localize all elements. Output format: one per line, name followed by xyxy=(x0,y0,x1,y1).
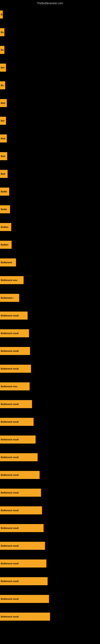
bar-label-31: Bottleneck result xyxy=(1,562,19,565)
bar-label-33: Bottleneck result xyxy=(1,598,19,600)
bar-row-2: Bo xyxy=(0,41,100,59)
bar-row-31: Bottleneck result xyxy=(0,555,100,572)
bar-row-19: Bottleneck result xyxy=(0,342,100,360)
bar-15: Bottleneck resu xyxy=(0,276,24,284)
bar-row-26: Bottleneck result xyxy=(0,466,100,484)
bar-8: Bott xyxy=(0,152,7,160)
bar-10: Bottle xyxy=(0,188,9,196)
bar-12: Bottlen xyxy=(0,223,11,231)
bar-row-5: Bott xyxy=(0,94,100,112)
bar-3: Bot xyxy=(0,64,6,72)
bar-17: Bottleneck result xyxy=(0,312,28,320)
bar-label-1: Bo xyxy=(1,31,4,34)
bar-label-6: Bot xyxy=(1,120,4,122)
bar-row-33: Bottleneck result xyxy=(0,590,100,608)
bar-row-14: Bottleneck xyxy=(0,254,100,271)
bar-20: Bottleneck result xyxy=(0,365,31,373)
bar-label-32: Bottleneck result xyxy=(1,580,19,582)
bar-label-0: B xyxy=(1,13,2,16)
bar-row-6: Bot xyxy=(0,112,100,130)
bar-16: Bottleneck r xyxy=(0,294,19,302)
bar-4: Bo xyxy=(0,81,5,89)
bar-row-23: Bottleneck result xyxy=(0,413,100,431)
bar-row-0: B xyxy=(0,6,100,23)
bar-13: Bottlen xyxy=(0,241,12,249)
bar-label-17: Bottleneck result xyxy=(1,314,19,317)
bar-label-15: Bottleneck resu xyxy=(1,279,17,281)
bar-label-27: Bottleneck result xyxy=(1,492,19,494)
bar-row-32: Bottleneck result xyxy=(0,572,100,590)
bar-6: Bot xyxy=(0,117,6,125)
bar-row-34: Bottleneck result xyxy=(0,608,100,626)
bar-34: Bottleneck result xyxy=(0,612,50,621)
bar-row-1: Bo xyxy=(0,23,100,41)
bar-label-30: Bottleneck result xyxy=(1,544,19,547)
bar-row-22: Bottleneck result xyxy=(0,395,100,413)
bar-25: Bottleneck result xyxy=(0,453,38,461)
bar-row-18: Bottleneck result xyxy=(0,324,100,342)
bar-row-29: Bottleneck result xyxy=(0,519,100,537)
bar-label-8: Bott xyxy=(1,155,5,158)
bar-30: Bottleneck result xyxy=(0,542,45,550)
bar-label-24: Bottleneck result xyxy=(1,438,19,441)
bar-28: Bottleneck result xyxy=(0,506,42,514)
bar-row-10: Bottle xyxy=(0,183,100,200)
bar-24: Bottleneck result xyxy=(0,436,36,444)
bar-label-7: Bott xyxy=(1,137,5,140)
bar-label-11: Bottle xyxy=(1,208,7,210)
bar-label-5: Bott xyxy=(1,102,5,104)
bar-33: Bottleneck result xyxy=(0,595,49,603)
bar-label-34: Bottleneck result xyxy=(1,616,19,618)
bar-label-9: Bott xyxy=(1,173,5,175)
bar-row-4: Bo xyxy=(0,76,100,94)
bar-row-16: Bottleneck r xyxy=(0,289,100,307)
bar-19: Bottleneck result xyxy=(0,347,30,355)
bar-row-15: Bottleneck resu xyxy=(0,271,100,289)
bar-row-24: Bottleneck result xyxy=(0,431,100,448)
bar-7: Bott xyxy=(0,134,7,142)
bar-26: Bottleneck result xyxy=(0,471,40,479)
bar-row-27: Bottleneck result xyxy=(0,484,100,502)
bar-label-29: Bottleneck result xyxy=(1,527,19,529)
bar-label-2: Bo xyxy=(1,49,4,51)
bar-5: Bott xyxy=(0,99,7,107)
bar-row-9: Bott xyxy=(0,165,100,183)
bar-18: Bottleneck result xyxy=(0,329,29,337)
bar-14: Bottleneck xyxy=(0,258,16,266)
bar-row-20: Bottleneck result xyxy=(0,360,100,378)
bar-label-14: Bottleneck xyxy=(1,261,12,264)
bar-22: Bottleneck result xyxy=(0,400,32,408)
bar-21: Bottleneck resu xyxy=(0,382,30,390)
bar-label-28: Bottleneck result xyxy=(1,509,19,512)
bar-11: Bottle xyxy=(0,205,10,213)
bar-row-21: Bottleneck resu xyxy=(0,378,100,395)
bar-row-3: Bot xyxy=(0,59,100,76)
bar-label-22: Bottleneck result xyxy=(1,403,19,405)
bar-row-13: Bottlen xyxy=(0,236,100,254)
bar-label-20: Bottleneck result xyxy=(1,368,19,370)
bar-23: Bottleneck result xyxy=(0,418,34,426)
site-title: TheBottlenecker.com xyxy=(0,0,100,6)
bar-label-25: Bottleneck result xyxy=(1,456,19,458)
bar-row-28: Bottleneck result xyxy=(0,502,100,519)
bar-label-16: Bottleneck r xyxy=(1,297,14,299)
bar-1: Bo xyxy=(0,28,4,36)
bar-label-10: Bottle xyxy=(1,190,7,193)
bar-row-17: Bottleneck result xyxy=(0,307,100,324)
bar-row-7: Bott xyxy=(0,130,100,147)
bar-label-4: Bo xyxy=(1,84,4,86)
bar-label-19: Bottleneck result xyxy=(1,350,19,352)
bar-31: Bottleneck result xyxy=(0,560,47,568)
bar-row-8: Bott xyxy=(0,147,100,165)
bar-label-26: Bottleneck result xyxy=(1,474,19,476)
bar-row-12: Bottlen xyxy=(0,218,100,236)
bar-row-11: Bottle xyxy=(0,200,100,218)
bar-label-13: Bottlen xyxy=(1,244,8,246)
bar-27: Bottleneck result xyxy=(0,489,41,497)
bar-29: Bottleneck result xyxy=(0,524,44,532)
bar-row-30: Bottleneck result xyxy=(0,537,100,555)
bar-32: Bottleneck result xyxy=(0,577,48,585)
bar-label-23: Bottleneck result xyxy=(1,420,19,423)
bar-0: B xyxy=(0,10,3,18)
bar-2: Bo xyxy=(0,46,4,54)
